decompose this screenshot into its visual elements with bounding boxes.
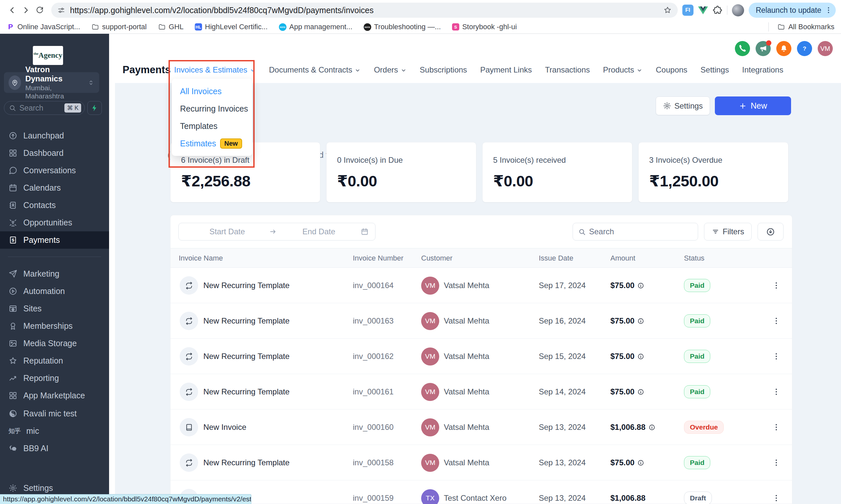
chrome-menu-kebab-icon[interactable] [825, 6, 833, 14]
sidebar-item-automation[interactable]: Automation [0, 283, 109, 300]
end-date-placeholder[interactable]: End Date [277, 227, 361, 236]
back-icon[interactable] [5, 3, 19, 17]
sidebar-item-sites[interactable]: Sites [0, 300, 109, 317]
sidebar-item-dashboard[interactable]: Dashboard [0, 144, 109, 162]
info-icon[interactable] [637, 389, 644, 395]
location-switcher[interactable]: Vatron Dynamics Mumbai, Maharashtra [4, 72, 99, 93]
sidebar-item-ravali-mic-test[interactable]: Ravali mic test [0, 405, 109, 422]
bookmark-item[interactable]: POnline JavaScript... [6, 23, 80, 31]
bookmark-item[interactable]: SStorybook -ghl-ui [452, 23, 517, 31]
row-actions-kebab[interactable] [769, 445, 784, 480]
help-button[interactable]: ? [797, 41, 812, 56]
all-bookmarks-button[interactable]: All Bookmarks [777, 23, 835, 31]
sidebar-item-app-marketplace[interactable]: App Marketplace [0, 387, 109, 404]
user-avatar[interactable]: VM [818, 41, 833, 56]
bookmark-item[interactable]: GHL [158, 23, 184, 31]
url-text[interactable]: https://app.gohighlevel.com/v2/location/… [70, 5, 659, 15]
row-actions-kebab[interactable] [769, 303, 784, 339]
tab-settings[interactable]: Settings [700, 65, 729, 74]
sidebar-item-reputation[interactable]: Reputation [0, 352, 109, 370]
sidebar-search[interactable]: ⌘ K [4, 101, 85, 115]
dropdown-item-all-invoices[interactable]: All Invoices [172, 83, 252, 100]
agency-logo[interactable]: theAgency [33, 46, 63, 65]
tab-invoices-estimates[interactable]: Invoices & Estimates [174, 65, 256, 74]
dropdown-item-recurring-invoices[interactable]: Recurring Invoices [172, 100, 252, 118]
tab-coupons[interactable]: Coupons [656, 65, 687, 74]
tab-subscriptions[interactable]: Subscriptions [420, 65, 467, 74]
row-actions-kebab[interactable] [769, 268, 784, 303]
forward-icon[interactable] [19, 3, 33, 17]
sidebar-item-calendars[interactable]: Calendars [0, 179, 109, 197]
bookmark-item[interactable]: xeroApp management... [279, 23, 353, 31]
table-search[interactable] [572, 223, 698, 240]
chrome-profile-avatar[interactable] [732, 4, 744, 16]
extension-icon-vue[interactable] [698, 6, 708, 15]
dropdown-item-label: Recurring Invoices [180, 104, 248, 113]
sidebar-item-reporting[interactable]: Reporting [0, 370, 109, 387]
sidebar-item-opportunities[interactable]: Opportunities [0, 214, 109, 231]
tab-transactions[interactable]: Transactions [545, 65, 590, 74]
sidebar-item-label: Media Storage [23, 339, 77, 348]
phone-button[interactable] [735, 41, 750, 56]
stat-card-label: 6 Invoice(s) in Draft [181, 156, 309, 165]
sidebar-item-marketing[interactable]: Marketing [0, 265, 109, 283]
media-icon [8, 339, 17, 348]
start-date-placeholder[interactable]: Start Date [185, 227, 269, 236]
customer-avatar: TX [421, 480, 439, 504]
relaunch-button[interactable]: Relaunch to update [749, 3, 836, 18]
dropdown-item-templates[interactable]: Templates [172, 118, 252, 135]
invoice-name: New Recurring Template [203, 339, 289, 374]
sidebar-item-contacts[interactable]: Contacts [0, 197, 109, 214]
address-bar[interactable]: https://app.gohighlevel.com/v2/location/… [51, 3, 678, 18]
invoice-settings-button[interactable]: Settings [656, 96, 710, 115]
sidebar-item-conversations[interactable]: Conversations [0, 162, 109, 179]
bookmark-item[interactable]: support-portal [91, 23, 147, 31]
row-actions-kebab[interactable] [769, 410, 784, 445]
row-actions-kebab[interactable] [769, 339, 784, 374]
quick-actions-bolt-button[interactable] [87, 101, 102, 115]
tab-payment-links[interactable]: Payment Links [480, 65, 532, 74]
tab-label: Integrations [742, 65, 783, 74]
dropdown-item-estimates[interactable]: EstimatesNew [172, 135, 252, 152]
stat-card-label: 5 Invoice(s) received [493, 156, 621, 165]
sidebar-item-mic[interactable]: 知乎mic [0, 422, 109, 440]
tab-documents-contracts[interactable]: Documents & Contracts [269, 65, 361, 74]
info-icon[interactable] [637, 282, 644, 289]
status-badge: Paid [684, 314, 710, 327]
row-actions-kebab[interactable] [769, 374, 784, 410]
sidebar-item-launchpad[interactable]: Launchpad [0, 127, 109, 144]
date-range-input[interactable]: Start Date End Date [178, 223, 376, 240]
info-icon[interactable] [637, 460, 644, 466]
extension-icon-fi[interactable]: FI [682, 5, 693, 16]
tab-integrations[interactable]: Integrations [742, 65, 783, 74]
extensions-puzzle-icon[interactable] [713, 5, 722, 15]
notifications-bell-button[interactable] [776, 41, 791, 56]
table-search-input[interactable] [589, 227, 681, 236]
bookmark-star-icon[interactable] [663, 6, 672, 15]
table-row: New Invoiceinv_000160VMVatsal MehtaSep 1… [171, 410, 792, 445]
info-icon[interactable] [649, 424, 655, 431]
row-actions-kebab[interactable] [769, 480, 784, 504]
sidebar-item-bb9-ai[interactable]: BB9 AI [0, 440, 109, 457]
issue-date: Sep 13, 2024 [539, 410, 586, 445]
sidebar: theAgency Vatron Dynamics Mumbai, Mahara… [0, 34, 109, 504]
sidebar-item-media-storage[interactable]: Media Storage [0, 335, 109, 352]
stat-card: 5 Invoice(s) received₹0.00 [482, 142, 632, 202]
info-icon[interactable] [637, 353, 644, 360]
bookmark-item[interactable]: HLHighLevel Certific... [195, 23, 268, 31]
tab-orders[interactable]: Orders [374, 65, 406, 74]
export-download-button[interactable] [758, 223, 784, 240]
filters-button[interactable]: Filters [704, 223, 752, 240]
info-icon[interactable] [637, 318, 644, 325]
sidebar-item-memberships[interactable]: Memberships [0, 317, 109, 335]
zhihu-icon: 知乎 [8, 427, 20, 435]
announcements-button[interactable] [756, 41, 771, 56]
bookmark-item[interactable]: xeroTroubleshooting —... [364, 23, 441, 31]
invoice-number: inv_000162 [353, 339, 394, 374]
sidebar-search-input[interactable] [19, 104, 55, 112]
site-settings-icon[interactable] [57, 6, 65, 15]
new-invoice-button[interactable]: New [715, 96, 791, 115]
sidebar-item-payments[interactable]: $Payments [0, 231, 109, 249]
tab-products[interactable]: Products [603, 65, 643, 74]
reload-icon[interactable] [33, 3, 47, 17]
